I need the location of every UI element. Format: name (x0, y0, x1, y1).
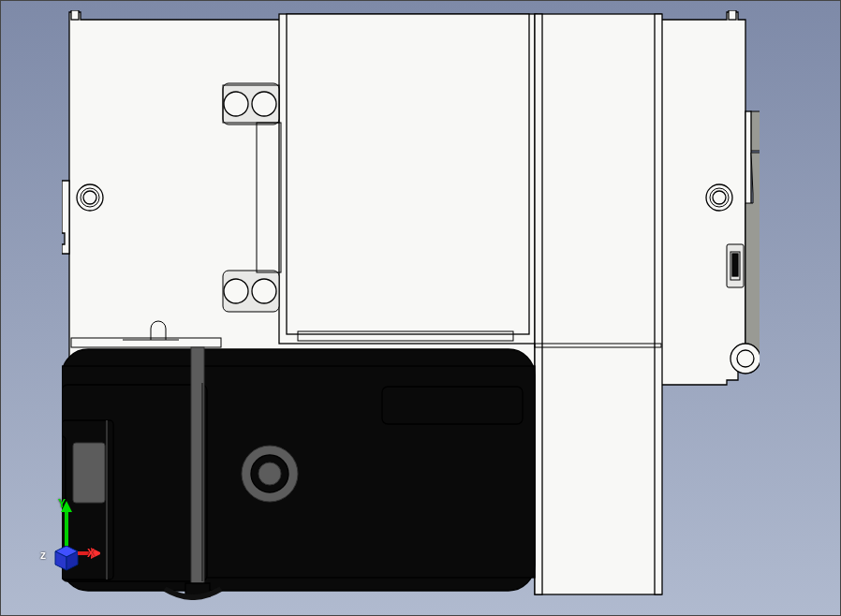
svg-point-6 (713, 191, 726, 204)
svg-rect-10 (732, 254, 738, 276)
svg-rect-0 (71, 10, 79, 20)
right-top-connector (745, 111, 760, 364)
svg-rect-19 (535, 14, 661, 594)
axis-label-y: Y (58, 497, 66, 510)
svg-rect-17 (287, 14, 529, 334)
motor-assembly (62, 347, 535, 597)
cover-plate (279, 14, 537, 344)
standoff-bottom (223, 271, 279, 312)
svg-point-3 (83, 191, 96, 204)
svg-rect-21 (655, 14, 662, 594)
svg-point-41 (258, 462, 281, 485)
svg-point-25 (224, 92, 248, 116)
svg-point-28 (224, 279, 248, 303)
svg-point-29 (252, 279, 276, 303)
svg-point-15 (737, 350, 754, 367)
svg-rect-1 (729, 10, 736, 20)
axis-label-x: X (87, 547, 95, 560)
right-riser-block (535, 14, 662, 594)
svg-rect-42 (73, 443, 105, 503)
cad-viewport[interactable]: Y X z (0, 0, 841, 616)
axis-label-z: z (40, 549, 46, 562)
svg-rect-20 (535, 14, 542, 594)
standoff-top (223, 83, 279, 125)
cad-model[interactable] (62, 10, 760, 600)
svg-point-26 (252, 92, 276, 116)
svg-rect-38 (382, 387, 523, 424)
axis-triad: Y X z (35, 497, 100, 581)
lower-right-boss (730, 344, 760, 374)
